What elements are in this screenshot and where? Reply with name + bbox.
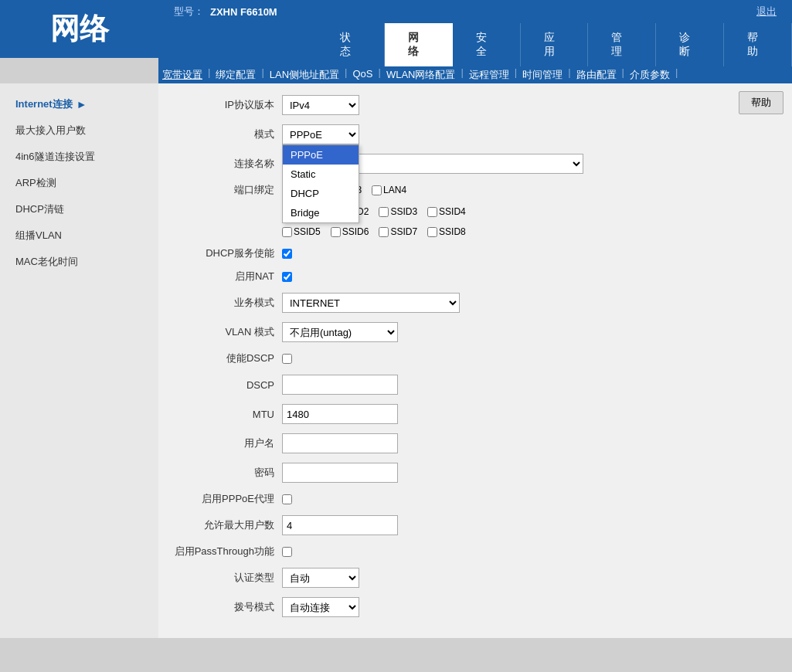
dscp-row: DSCP: [174, 375, 715, 395]
sidebar-label-tunnel: 4in6隧道连接设置: [15, 150, 95, 164]
sub-nav-media[interactable]: 介质参数: [626, 66, 674, 83]
passthrough-label: 启用PassThrough功能: [174, 545, 282, 558]
sub-nav-broadband[interactable]: 宽带设置: [158, 66, 206, 83]
tab-help[interactable]: 帮助: [724, 23, 792, 66]
dropdown-option-dhcp[interactable]: DHCP: [283, 184, 359, 203]
dscp-input[interactable]: [282, 375, 398, 395]
port-bind-label: 端口绑定: [174, 183, 282, 197]
ssid3-label: SSID3: [390, 206, 417, 217]
sidebar-label-dhcp: DHCP清链: [15, 202, 64, 216]
port-ssid7: SSID7: [379, 226, 417, 237]
tab-management[interactable]: 管理: [588, 23, 656, 66]
sidebar-item-tunnel[interactable]: 4in6隧道连接设置: [0, 144, 158, 170]
ssid8-checkbox[interactable]: [427, 227, 437, 237]
username-label: 用户名: [174, 436, 282, 450]
right-header: 型号： ZXHN F6610M 退出 状态 网络 安全 应用 管理 诊断 帮助: [158, 0, 792, 66]
vlan-mode-select[interactable]: 不启用(untag) tag: [282, 322, 398, 342]
max-users-input[interactable]: [282, 515, 398, 535]
sidebar-label-arp: ARP检测: [15, 176, 56, 190]
password-input[interactable]: [282, 463, 398, 483]
dropdown-option-pppoe[interactable]: PPPoE: [283, 145, 359, 165]
logout-button[interactable]: 退出: [756, 5, 777, 19]
port-lan4-label: LAN4: [383, 185, 406, 195]
dropdown-option-bridge[interactable]: Bridge: [283, 203, 359, 222]
sidebar-item-multicast-vlan[interactable]: 组播VLAN: [0, 222, 158, 249]
arrow-icon: ►: [76, 98, 87, 110]
help-button[interactable]: 帮助: [739, 91, 784, 114]
business-mode-select[interactable]: INTERNET VOIP IPTV: [282, 293, 460, 313]
sub-nav: 宽带设置 | 绑定配置 | LAN侧地址配置 | QoS | WLAN网络配置 …: [158, 66, 792, 83]
sub-nav-wlan[interactable]: WLAN网络配置: [382, 66, 460, 83]
mtu-label: MTU: [174, 409, 282, 420]
ssid7-label: SSID7: [390, 226, 417, 237]
tab-status[interactable]: 状态: [317, 23, 385, 66]
sidebar-item-max-users[interactable]: 最大接入用户数: [0, 117, 158, 144]
pppoe-proxy-checkbox[interactable]: [282, 494, 292, 504]
dial-mode-select[interactable]: 自动连接 手动连接: [282, 597, 359, 617]
nat-label: 启用NAT: [174, 270, 282, 283]
ip-protocol-label: IP协议版本: [174, 98, 282, 112]
sidebar: Internet连接 ► 最大接入用户数 4in6隧道连接设置 ARP检测 DH…: [0, 83, 158, 638]
max-users-row: 允许最大用户数: [174, 515, 715, 535]
mtu-row: MTU: [174, 404, 715, 424]
ssid-area-2: SSID5 SSID6 SSID7 SSID8: [282, 226, 470, 237]
ip-protocol-select[interactable]: IPv4 IPv6 IPv4/IPv6: [282, 95, 359, 115]
sidebar-label-mac-aging: MAC老化时间: [15, 255, 78, 269]
sub-nav-bind[interactable]: 绑定配置: [212, 66, 260, 83]
ssid6-checkbox[interactable]: [331, 227, 341, 237]
sub-nav-time[interactable]: 时间管理: [518, 66, 566, 83]
sub-nav-lan[interactable]: LAN侧地址配置: [266, 66, 343, 83]
port-ssid4: SSID4: [427, 206, 466, 217]
mode-label: 模式: [174, 127, 282, 141]
dhcp-service-checkbox[interactable]: [282, 249, 292, 259]
sidebar-label-max-users: 最大接入用户数: [15, 124, 86, 137]
sidebar-item-arp[interactable]: ARP检测: [0, 170, 158, 196]
username-input[interactable]: [282, 433, 398, 453]
ssid6-label: SSID6: [342, 226, 369, 237]
ssid-row1: SSID1 SSID2 SSID3 SSID4: [174, 206, 715, 217]
sidebar-label-multicast-vlan: 组播VLAN: [15, 229, 62, 243]
sub-nav-qos[interactable]: QoS: [348, 66, 376, 83]
dscp-enable-checkbox[interactable]: [282, 354, 292, 364]
content-area: Internet连接 ► 最大接入用户数 4in6隧道连接设置 ARP检测 DH…: [0, 83, 792, 638]
ssid5-checkbox[interactable]: [282, 227, 292, 237]
business-mode-label: 业务模式: [174, 296, 282, 310]
port-ssid8: SSID8: [427, 226, 466, 237]
sub-nav-remote[interactable]: 远程管理: [465, 66, 513, 83]
dropdown-option-static[interactable]: Static: [283, 165, 359, 184]
sidebar-item-internet[interactable]: Internet连接 ►: [0, 91, 158, 117]
tab-security[interactable]: 安全: [453, 23, 521, 66]
ssid4-label: SSID4: [439, 206, 466, 217]
mode-dropdown-menu: PPPoE Static DHCP Bridge: [282, 144, 359, 223]
max-users-label: 允许最大用户数: [174, 518, 282, 532]
auth-type-select[interactable]: 自动 PAP CHAP: [282, 568, 359, 588]
dial-mode-label: 拨号模式: [174, 600, 282, 614]
port-lan4-checkbox[interactable]: [372, 185, 382, 195]
business-mode-row: 业务模式 INTERNET VOIP IPTV: [174, 293, 715, 313]
tab-application[interactable]: 应用: [521, 23, 589, 66]
vlan-mode-label: VLAN 模式: [174, 325, 282, 339]
tab-network[interactable]: 网络: [385, 23, 453, 66]
mode-select[interactable]: PPPoE Static DHCP Bridge: [282, 124, 359, 144]
nat-checkbox[interactable]: [282, 272, 292, 282]
ssid7-checkbox[interactable]: [379, 227, 389, 237]
tab-diagnosis[interactable]: 诊断: [656, 23, 724, 66]
vlan-mode-row: VLAN 模式 不启用(untag) tag: [174, 322, 715, 342]
form-area: IP协议版本 IPv4 IPv6 IPv4/IPv6 模式 PPPoE Stat…: [158, 83, 730, 638]
sidebar-item-dhcp[interactable]: DHCP清链: [0, 196, 158, 222]
ssid-row2: SSID5 SSID6 SSID7 SSID8: [174, 226, 715, 237]
logo-text: 网络: [50, 9, 109, 49]
passthrough-row: 启用PassThrough功能: [174, 545, 715, 558]
logo-block: 网络: [0, 0, 158, 58]
passthrough-checkbox[interactable]: [282, 547, 292, 557]
sub-nav-route[interactable]: 路由配置: [573, 66, 620, 83]
sidebar-item-mac-aging[interactable]: MAC老化时间: [0, 249, 158, 275]
ssid4-checkbox[interactable]: [427, 207, 437, 217]
port-bind-row: 端口绑定 LAN2 LAN3 LAN4: [174, 183, 715, 197]
ssid3-checkbox[interactable]: [379, 207, 389, 217]
dhcp-service-label: DHCP服务使能: [174, 246, 282, 260]
dscp-label: DSCP: [174, 379, 282, 391]
ssid5-label: SSID5: [294, 226, 321, 237]
mode-row: 模式 PPPoE Static DHCP Bridge PPPoE Static…: [174, 124, 715, 144]
mtu-input[interactable]: [282, 404, 398, 424]
